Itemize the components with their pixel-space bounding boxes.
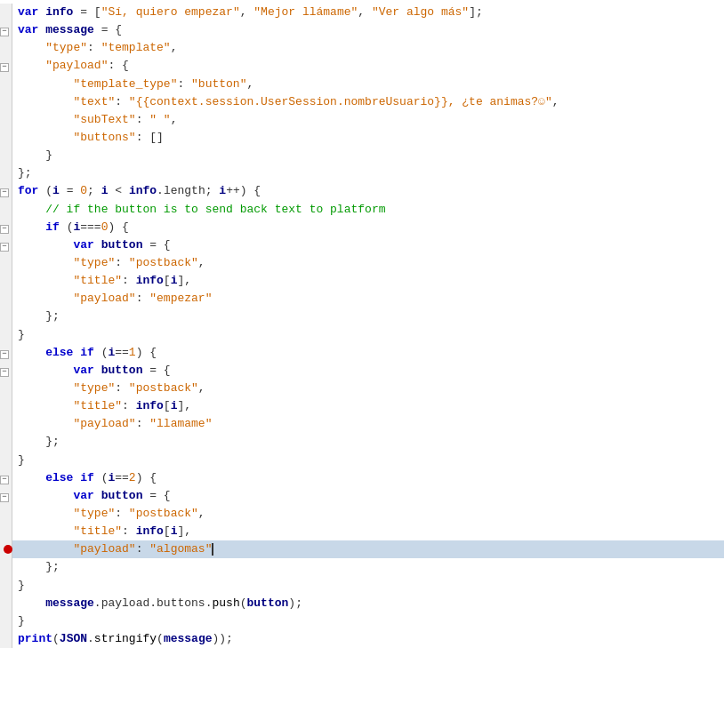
gutter-17 bbox=[0, 290, 12, 308]
fold-marker-28[interactable]: − bbox=[0, 493, 9, 502]
gutter-23 bbox=[0, 397, 12, 415]
fold-marker-13[interactable]: − bbox=[0, 225, 9, 234]
code-line-5: "template_type": "button", bbox=[0, 76, 724, 93]
gutter-18 bbox=[0, 308, 12, 325]
code-line-12: // if the button is to send back text to… bbox=[0, 201, 724, 219]
code-line-26: } bbox=[0, 452, 724, 469]
line-content-15: "type": "postback", bbox=[12, 254, 724, 272]
line-content-33: } bbox=[12, 577, 724, 595]
gutter-5 bbox=[0, 76, 12, 93]
code-line-7: "subText": " ", bbox=[0, 111, 724, 129]
line-content-14: var button = { bbox=[12, 236, 724, 254]
line-content-20: else if (i==1) { bbox=[12, 344, 724, 362]
code-line-31: "payload": "algomas" bbox=[0, 540, 724, 558]
line-content-30: "title": info[i], bbox=[12, 523, 724, 540]
line-content-3: "type": "template", bbox=[12, 39, 724, 57]
line-content-7: "subText": " ", bbox=[12, 111, 724, 129]
code-line-36: print(JSON.stringify(message)); bbox=[0, 630, 724, 648]
line-content-13: if (i===0) { bbox=[12, 219, 724, 236]
fold-marker-4[interactable]: − bbox=[0, 63, 9, 72]
gutter-34 bbox=[0, 595, 12, 612]
gutter-15 bbox=[0, 254, 12, 272]
code-line-32: }; bbox=[0, 558, 724, 576]
code-line-20: − else if (i==1) { bbox=[0, 344, 724, 362]
gutter-25 bbox=[0, 433, 12, 451]
fold-marker-11[interactable]: − bbox=[0, 188, 9, 197]
code-line-14: − var button = { bbox=[0, 236, 724, 254]
line-content-5: "template_type": "button", bbox=[12, 76, 724, 93]
code-line-34: message.payload.buttons.push(button); bbox=[0, 595, 724, 612]
line-content-31: "payload": "algomas" bbox=[12, 540, 724, 558]
gutter-21: − bbox=[0, 362, 12, 380]
code-line-25: }; bbox=[0, 433, 724, 451]
line-content-8: "buttons": [] bbox=[12, 129, 724, 147]
line-content-24: "payload": "llamame" bbox=[12, 415, 724, 433]
gutter-24 bbox=[0, 415, 12, 433]
keyword-var: var bbox=[18, 5, 38, 19]
code-editor: var info = ["Sí, quiero empezar", "Mejor… bbox=[0, 0, 724, 728]
code-line-19: } bbox=[0, 326, 724, 344]
gutter-31 bbox=[0, 540, 12, 558]
breakpoint-31 bbox=[4, 545, 12, 554]
gutter-29 bbox=[0, 505, 12, 523]
code-line-15: "type": "postback", bbox=[0, 254, 724, 272]
gutter-16 bbox=[0, 272, 12, 290]
line-content-2: var message = { bbox=[12, 21, 724, 39]
fold-marker-27[interactable]: − bbox=[0, 476, 9, 484]
gutter-33 bbox=[0, 577, 12, 595]
code-line-27: − else if (i==2) { bbox=[0, 469, 724, 487]
fold-marker-21[interactable]: − bbox=[0, 368, 9, 377]
code-line-23: "title": info[i], bbox=[0, 397, 724, 415]
gutter-22 bbox=[0, 380, 12, 397]
line-content-27: else if (i==2) { bbox=[12, 469, 724, 487]
gutter-19 bbox=[0, 326, 12, 344]
gutter-13: − bbox=[0, 219, 12, 236]
code-line-3: "type": "template", bbox=[0, 39, 724, 57]
line-content-32: }; bbox=[12, 558, 724, 576]
line-content-16: "title": info[i], bbox=[12, 272, 724, 290]
gutter-28: − bbox=[0, 487, 12, 505]
comment-12: // if the button is to send back text to… bbox=[45, 203, 385, 216]
code-line-10: }; bbox=[0, 164, 724, 182]
gutter-3 bbox=[0, 39, 12, 57]
line-content-22: "type": "postback", bbox=[12, 380, 724, 397]
code-line-1: var info = ["Sí, quiero empezar", "Mejor… bbox=[0, 4, 724, 21]
gutter-27: − bbox=[0, 469, 12, 487]
keyword-var2: var bbox=[18, 23, 38, 36]
gutter-9 bbox=[0, 147, 12, 164]
code-line-30: "title": info[i], bbox=[0, 523, 724, 540]
line-content-34: message.payload.buttons.push(button); bbox=[12, 595, 724, 612]
line-content-29: "type": "postback", bbox=[12, 505, 724, 523]
gutter-35 bbox=[0, 612, 12, 630]
fold-marker-2[interactable]: − bbox=[0, 28, 9, 36]
gutter-12 bbox=[0, 201, 12, 219]
line-content-4: "payload": { bbox=[12, 57, 724, 75]
code-line-6: "text": "{{context.session.UserSession.n… bbox=[0, 93, 724, 111]
gutter-30 bbox=[0, 523, 12, 540]
gutter-10 bbox=[0, 164, 12, 182]
code-line-21: − var button = { bbox=[0, 362, 724, 380]
code-line-11: − for (i = 0; i < info.length; i++) { bbox=[0, 182, 724, 200]
line-content-9: } bbox=[12, 147, 724, 164]
keyword-for: for bbox=[18, 184, 38, 197]
gutter-8 bbox=[0, 129, 12, 147]
keyword-if1: if bbox=[45, 220, 60, 234]
gutter-7 bbox=[0, 111, 12, 129]
keyword-print: print bbox=[18, 632, 52, 645]
gutter-1 bbox=[0, 4, 12, 21]
code-line-29: "type": "postback", bbox=[0, 505, 724, 523]
code-line-9: } bbox=[0, 147, 724, 164]
code-line-8: "buttons": [] bbox=[0, 129, 724, 147]
code-line-24: "payload": "llamame" bbox=[0, 415, 724, 433]
code-line-35: } bbox=[0, 612, 724, 630]
code-line-18: }; bbox=[0, 308, 724, 325]
code-line-28: − var button = { bbox=[0, 487, 724, 505]
fold-marker-14[interactable]: − bbox=[0, 243, 9, 252]
line-content-18: }; bbox=[12, 308, 724, 325]
fold-marker-20[interactable]: − bbox=[0, 350, 9, 359]
line-content-28: var button = { bbox=[12, 487, 724, 505]
gutter-26 bbox=[0, 452, 12, 469]
line-content-23: "title": info[i], bbox=[12, 397, 724, 415]
line-content-12: // if the button is to send back text to… bbox=[12, 201, 724, 219]
line-content-1: var info = ["Sí, quiero empezar", "Mejor… bbox=[12, 4, 724, 21]
